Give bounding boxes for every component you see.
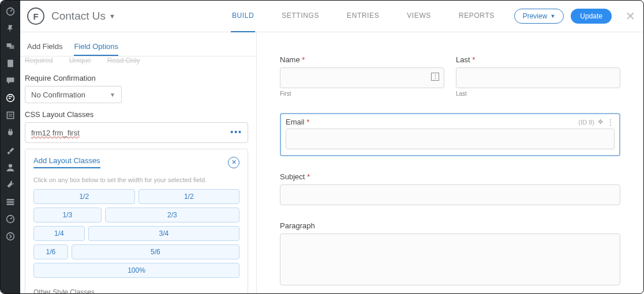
first-sublabel: First xyxy=(280,91,444,97)
layout-full[interactable]: 100% xyxy=(33,263,239,278)
paragraph-textarea[interactable] xyxy=(280,233,620,285)
tab-settings[interactable]: SETTINGS xyxy=(280,1,320,32)
field-email-selected[interactable]: Email * (ID 8) ✥ ⋮ xyxy=(280,113,620,156)
rail-media-icon[interactable] xyxy=(3,39,18,54)
layout-five-sixths[interactable]: 5/6 xyxy=(72,244,239,259)
layout-three-quarters[interactable]: 3/4 xyxy=(88,226,239,241)
tab-build[interactable]: BUILD xyxy=(231,1,255,32)
layout-half-a[interactable]: 1/2 xyxy=(33,189,135,204)
update-button[interactable]: Update xyxy=(571,9,612,24)
first-name-input[interactable]: ╎ xyxy=(280,67,444,88)
rail-tools-icon[interactable] xyxy=(3,177,18,192)
confirm-label: Require Confirmation xyxy=(25,74,248,82)
tab-views[interactable]: VIEWS xyxy=(406,1,432,32)
form-title: Contact Us xyxy=(51,10,106,22)
svg-rect-12 xyxy=(7,201,14,202)
last-sublabel: Last xyxy=(456,91,620,97)
side-tab-field-options[interactable]: Field Options xyxy=(74,38,118,56)
subject-input[interactable] xyxy=(280,184,620,205)
subject-label: Subject xyxy=(280,172,305,181)
sidebar: Add Fields Field Options Required Unique… xyxy=(20,32,257,293)
field-subject[interactable]: Subject * xyxy=(280,172,620,205)
layout-sixth[interactable]: 1/6 xyxy=(33,244,68,259)
side-tab-add-fields[interactable]: Add Fields xyxy=(27,38,62,56)
svg-rect-6 xyxy=(9,98,11,99)
preview-label: Preview xyxy=(523,12,548,20)
paragraph-label: Paragraph xyxy=(280,221,315,230)
svg-rect-13 xyxy=(7,203,14,205)
chevron-down-icon: ▼ xyxy=(110,92,115,98)
validation-options-row: Required Unique Read Only xyxy=(25,56,248,67)
form-title-dropdown[interactable]: Contact Us ▼ xyxy=(51,10,115,22)
rail-appearance-icon[interactable] xyxy=(3,142,18,157)
email-input[interactable] xyxy=(286,129,615,149)
rail-pages-icon[interactable] xyxy=(3,56,18,71)
other-style-heading: Other Style Classes xyxy=(33,288,239,293)
app-logo-icon: F xyxy=(27,7,44,25)
rail-collapse-icon[interactable] xyxy=(3,229,18,244)
field-menu-icon[interactable]: ⋮ xyxy=(606,118,615,126)
svg-rect-9 xyxy=(9,116,12,116)
caret-down-icon: ▼ xyxy=(109,13,115,20)
rail-pin-icon[interactable] xyxy=(3,21,18,36)
rail-comments-icon[interactable] xyxy=(3,73,18,88)
tab-entries[interactable]: ENTRIES xyxy=(346,1,380,32)
layout-half-b[interactable]: 1/2 xyxy=(138,189,240,204)
required-indicator: * xyxy=(302,55,305,64)
caret-down-icon: ▼ xyxy=(550,13,555,19)
wp-admin-rail xyxy=(1,1,20,293)
move-icon[interactable]: ✥ xyxy=(598,118,603,126)
close-icon[interactable]: ✕ xyxy=(626,10,635,22)
rail-forms-icon[interactable] xyxy=(3,108,18,123)
required-indicator: * xyxy=(472,55,475,64)
main-tabs: BUILD SETTINGS ENTRIES VIEWS REPORTS xyxy=(231,1,496,32)
rail-performance-icon[interactable] xyxy=(3,212,18,227)
email-label: Email xyxy=(286,118,305,126)
layout-quarter[interactable]: 1/4 xyxy=(33,226,85,241)
layout-third[interactable]: 1/3 xyxy=(33,208,102,223)
svg-rect-3 xyxy=(8,60,13,67)
confirm-value: No Confirmation xyxy=(31,91,85,99)
field-last[interactable]: Last * Last xyxy=(456,55,620,97)
panel-title: Add Layout Classes xyxy=(33,156,100,168)
preview-button[interactable]: Preview▼ xyxy=(514,9,564,24)
svg-rect-7 xyxy=(7,112,13,118)
svg-point-10 xyxy=(9,164,12,167)
css-classes-input[interactable]: frm12 frm_first xyxy=(25,122,248,143)
svg-rect-8 xyxy=(9,114,12,115)
last-label: Last xyxy=(456,55,470,64)
topbar: F Contact Us ▼ BUILD SETTINGS ENTRIES VI… xyxy=(20,1,643,32)
svg-rect-5 xyxy=(9,96,12,97)
layout-classes-panel: Add Layout Classes ✕ Click on any box be… xyxy=(25,149,248,293)
rail-settings-icon[interactable] xyxy=(3,194,18,209)
more-options-icon[interactable]: ••• xyxy=(230,127,242,137)
name-label: Name xyxy=(280,55,300,64)
svg-rect-2 xyxy=(9,45,14,48)
panel-note: Click on any box below to set the width … xyxy=(33,176,239,183)
tab-reports[interactable]: REPORTS xyxy=(458,1,496,32)
field-paragraph[interactable]: Paragraph xyxy=(280,221,620,285)
layout-two-thirds[interactable]: 2/3 xyxy=(105,208,239,223)
css-classes-value: frm12 frm_first xyxy=(31,129,80,137)
rail-users-icon[interactable] xyxy=(3,160,18,175)
rail-dashboard-icon[interactable] xyxy=(3,4,18,19)
svg-rect-11 xyxy=(7,199,14,200)
panel-close-icon[interactable]: ✕ xyxy=(228,157,239,168)
rail-plugins-icon[interactable] xyxy=(3,125,18,140)
field-id: (ID 8) xyxy=(579,119,595,126)
field-name[interactable]: Name * ╎ First xyxy=(280,55,444,97)
css-classes-label: CSS Layout Classes xyxy=(25,110,248,119)
form-canvas: Name * ╎ First Last * Last Email * (I xyxy=(257,32,643,293)
required-indicator: * xyxy=(306,118,309,126)
svg-point-15 xyxy=(7,233,14,240)
last-name-input[interactable] xyxy=(456,67,620,88)
confirm-select[interactable]: No Confirmation ▼ xyxy=(25,86,122,103)
required-indicator: * xyxy=(307,172,310,181)
rail-formidable-icon[interactable] xyxy=(3,91,18,105)
autofill-icon: ╎ xyxy=(431,73,439,81)
